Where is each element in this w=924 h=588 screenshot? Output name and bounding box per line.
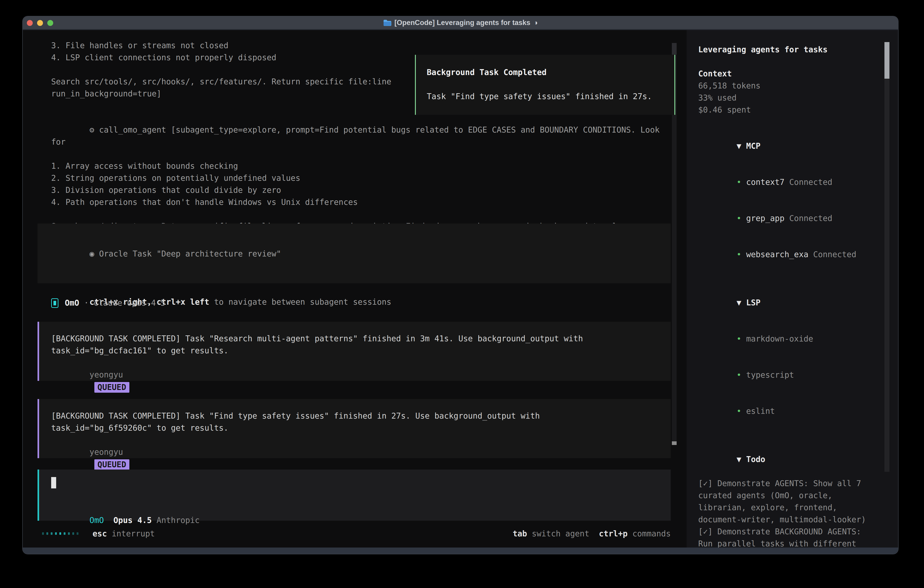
agent-avatar-icon: [51, 298, 58, 308]
bullet-icon: •: [737, 334, 741, 344]
transcript-line: 4. Path operations that don't handle Win…: [51, 196, 674, 208]
spinner-icon: [42, 532, 78, 535]
toast-blank-line: [427, 78, 674, 91]
bullet-icon: •: [737, 214, 741, 223]
prompt-input[interactable]: OmOOpus 4.5Anthropic: [38, 469, 671, 521]
agent-model: · claude-opus-4-5: [84, 297, 165, 309]
lsp-item: •eslint: [698, 393, 880, 429]
input-agent-name: OmO: [89, 516, 104, 525]
todo-section-heading[interactable]: ▼Todo: [698, 441, 880, 477]
input-provider-name: Anthropic: [157, 516, 200, 525]
mcp-item: •context7Connected: [698, 164, 880, 200]
chevron-down-icon: ▼: [737, 141, 741, 150]
sidebar-blank-line: [698, 56, 880, 68]
main-scrollbar-thumb[interactable]: [672, 441, 676, 445]
chevron-down-icon: ▼: [737, 298, 741, 307]
oracle-blank-line: [51, 272, 671, 284]
transcript-line: 1. Array access without bounds checking: [51, 160, 674, 172]
window-bottom-edge: [23, 548, 898, 554]
toast-title: Background Task Completed: [427, 66, 674, 78]
background-task-toast: Background Task Completed Task "Find typ…: [415, 55, 675, 115]
radio-dot-icon: ◉: [89, 249, 94, 258]
bullet-icon: •: [737, 250, 741, 259]
oracle-title: Oracle Task "Deep architecture review": [99, 249, 281, 258]
status-badge: QUEUED: [94, 459, 129, 470]
task-author: yeongyu: [89, 448, 123, 457]
gear-icon: ⚙: [89, 125, 94, 134]
chat-main-area: 3. File handles or streams not closed 4.…: [23, 30, 686, 548]
context-tokens: 66,518 tokens: [698, 80, 880, 92]
tab-key-hint: tab: [513, 529, 527, 538]
bullet-icon: •: [737, 370, 741, 380]
status-bar: esc interrupt tab switch agent ctrl+p co…: [42, 527, 671, 540]
task-message-line2: task_id="bg_6f59260c" to get results.: [51, 422, 671, 434]
input-model-name: Opus 4.5: [114, 516, 152, 525]
oracle-task-card: ◉Oracle Task "Deep architecture review" …: [38, 223, 671, 283]
task-author: yeongyu: [89, 370, 123, 379]
agent-chip-row: OmO · claude-opus-4-5: [51, 297, 165, 309]
oracle-title-line: ◉Oracle Task "Deep architecture review": [51, 236, 671, 272]
status-badge: QUEUED: [94, 382, 129, 393]
tool-call-text: call_omo_agent [subagent_type=explore, p…: [51, 125, 664, 147]
lsp-item: •markdown-oxide: [698, 321, 880, 357]
task-message-line1: [BACKGROUND TASK COMPLETED] Task "Resear…: [51, 333, 671, 345]
tool-call-line: ⚙call_omo_agent [subagent_type=explore, …: [51, 112, 674, 160]
esc-key-hint: esc: [92, 529, 107, 538]
mcp-section-heading[interactable]: ▼MCP: [698, 128, 880, 164]
transcript-line: 3. File handles or streams not closed: [51, 40, 674, 51]
context-used: 33% used: [698, 92, 880, 104]
chevron-down-icon: ▼: [737, 455, 741, 464]
bullet-icon: •: [737, 178, 741, 187]
sidebar-scrollbar-thumb[interactable]: [884, 42, 889, 79]
sidebar-scrollbar-track[interactable]: [884, 42, 889, 472]
mcp-item: •grep_appConnected: [698, 200, 880, 236]
task-message-card: [BACKGROUND TASK COMPLETED] Task "Resear…: [38, 322, 671, 381]
ctrlp-key-label: commands: [632, 529, 671, 538]
transcript-line: 2. String operations on potentially unde…: [51, 172, 674, 184]
sidebar-blank-line: [698, 116, 880, 128]
bullet-icon: •: [737, 406, 741, 416]
tab-key-label: switch agent: [532, 529, 589, 538]
lsp-item: •typescript: [698, 357, 880, 393]
mcp-item: •websearch_exaConnected: [698, 236, 880, 273]
task-message-card: [BACKGROUND TASK COMPLETED] Task "Find t…: [38, 399, 671, 458]
sidebar-blank-line: [698, 273, 880, 285]
main-scrollbar-thumb[interactable]: [672, 43, 676, 55]
loading-half-circle-icon: ◑: [534, 19, 538, 27]
context-spent: $0.46 spent: [698, 104, 880, 116]
transcript-blank-line: [51, 208, 674, 220]
titlebar: [OpenCode] Leveraging agents for tasks ◑: [23, 17, 898, 30]
lsp-section-heading[interactable]: ▼LSP: [698, 285, 880, 321]
agent-name: OmO: [65, 297, 79, 309]
session-title: Leveraging agents for tasks: [698, 44, 880, 56]
ctrlp-key-hint: ctrl+p: [599, 529, 627, 538]
window-title: [OpenCode] Leveraging agents for tasks: [394, 19, 530, 27]
text-cursor: [51, 477, 56, 489]
folder-icon: [383, 19, 391, 26]
window-title-row: [OpenCode] Leveraging agents for tasks ◑: [23, 17, 898, 29]
toast-body: Task "Find type safety issues" finished …: [427, 91, 674, 102]
esc-key-label: interrupt: [112, 529, 155, 538]
sidebar-blank-line: [698, 429, 880, 441]
context-heading: Context: [698, 68, 880, 80]
task-message-line2: task_id="bg_dcfac161" to get results.: [51, 345, 671, 357]
input-meta-row: OmOOpus 4.5Anthropic: [51, 502, 200, 514]
app-window: [OpenCode] Leveraging agents for tasks ◑…: [23, 17, 898, 554]
session-sidebar: Leveraging agents for tasks Context 66,5…: [686, 30, 898, 548]
todo-item-done: [✓] Demonstrate AGENTS: Show all 7 curat…: [698, 477, 878, 526]
transcript-line: 3. Division operations that could divide…: [51, 184, 674, 196]
oracle-hint-text: to navigate between subagent sessions: [209, 297, 391, 307]
task-message-line1: [BACKGROUND TASK COMPLETED] Task "Find t…: [51, 410, 671, 422]
